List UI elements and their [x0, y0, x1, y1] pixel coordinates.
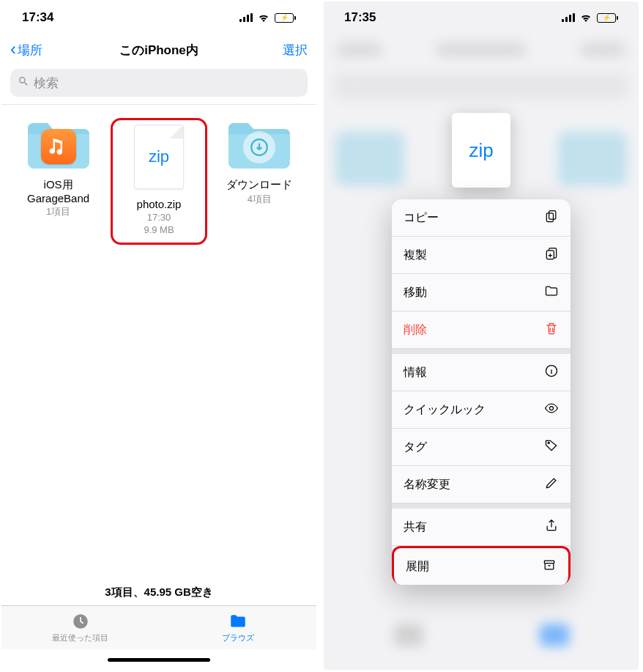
menu-delete[interactable]: 削除 [392, 311, 570, 349]
duplicate-icon [544, 246, 559, 264]
clock-icon [71, 612, 90, 631]
menu-label: コピー [404, 210, 439, 226]
battery-icon: ⚡ [597, 13, 618, 23]
menu-label: クイックルック [404, 402, 486, 418]
tab-browse[interactable]: ブラウズ [159, 606, 316, 649]
search-placeholder: 検索 [34, 75, 59, 92]
menu-share[interactable]: 共有 [392, 509, 570, 546]
svg-point-7 [548, 442, 549, 443]
svg-rect-8 [544, 561, 554, 563]
home-indicator[interactable] [1, 649, 316, 670]
item-name: iOS用 GarageBand [10, 178, 106, 204]
pencil-icon [544, 476, 559, 493]
folder-downloads[interactable]: ダウンロード 4項目 [212, 118, 308, 245]
menu-label: 名称変更 [404, 477, 450, 492]
files-app-browse-screen: 17:34 ⚡ ‹ 場所 このiPhone内 選択 検索 [1, 1, 316, 670]
storage-status: 3項目、45.95 GB空き [1, 580, 316, 605]
copy-icon [544, 209, 559, 226]
garageband-app-icon [41, 129, 76, 164]
search-container: 検索 [1, 66, 316, 104]
files-app-context-menu-screen: 17:35 ⚡ zip コピー 複製 移動 [324, 1, 639, 670]
menu-label: 展開 [406, 559, 429, 575]
menu-separator [392, 349, 570, 354]
share-icon [544, 518, 559, 536]
folder-icon [226, 118, 293, 171]
battery-icon: ⚡ [275, 13, 296, 23]
chevron-left-icon: ‹ [10, 40, 16, 58]
folder-icon [25, 118, 92, 171]
item-name: ダウンロード [212, 178, 308, 192]
context-menu: コピー 複製 移動 削除 情報 クイックルック タグ 名称変更 [392, 199, 570, 585]
wifi-icon [579, 12, 592, 23]
menu-tags[interactable]: タグ [392, 429, 570, 466]
menu-expand[interactable]: 展開 [392, 546, 570, 585]
menu-move[interactable]: 移動 [392, 274, 570, 311]
trash-icon [544, 321, 559, 339]
menu-copy[interactable]: コピー [392, 199, 570, 237]
menu-label: 共有 [404, 520, 427, 535]
menu-label: 情報 [404, 365, 427, 380]
tab-label: ブラウズ [222, 632, 254, 643]
tag-icon [544, 438, 559, 456]
search-input[interactable]: 検索 [10, 69, 308, 97]
menu-quicklook[interactable]: クイックルック [392, 391, 570, 429]
folder-icon [544, 284, 559, 301]
search-icon [18, 75, 29, 91]
back-button[interactable]: ‹ 場所 [10, 42, 42, 59]
item-meta: 4項目 [212, 193, 308, 206]
menu-label: 移動 [404, 285, 427, 300]
item-meta: 17:30 9.9 MB [116, 212, 202, 237]
status-bar: 17:35 ⚡ [324, 1, 639, 34]
zip-file-icon: zip [125, 123, 193, 191]
status-time: 17:35 [344, 10, 376, 25]
menu-info[interactable]: 情報 [392, 354, 570, 391]
info-icon [544, 363, 559, 381]
file-photo-zip[interactable]: zip photo.zip 17:30 9.9 MB [111, 118, 207, 245]
item-name: photo.zip [116, 198, 202, 210]
zip-badge: zip [469, 139, 493, 162]
cellular-icon [239, 13, 253, 22]
navigation-bar: ‹ 場所 このiPhone内 選択 [1, 34, 316, 66]
zip-badge: zip [149, 147, 169, 166]
preview-zip-file[interactable]: zip [452, 113, 510, 188]
tab-recents[interactable]: 最近使った項目 [1, 606, 159, 649]
tab-bar: 最近使った項目 ブラウズ [1, 605, 316, 649]
menu-label: 削除 [404, 322, 427, 338]
cellular-icon [562, 13, 575, 22]
svg-point-6 [550, 407, 554, 410]
select-button[interactable]: 選択 [283, 42, 308, 59]
status-indicators: ⚡ [562, 12, 618, 23]
download-icon [243, 131, 275, 163]
file-grid: iOS用 GarageBand 1項目 zip photo.zip 17:30 … [1, 104, 316, 580]
status-time: 17:34 [22, 10, 53, 25]
eye-icon [544, 401, 559, 418]
archive-icon [542, 558, 557, 575]
tab-label: 最近使った項目 [52, 632, 108, 643]
page-title: このiPhone内 [1, 42, 316, 59]
menu-duplicate[interactable]: 複製 [392, 237, 570, 274]
back-label: 場所 [18, 42, 42, 59]
menu-label: タグ [404, 440, 427, 455]
folder-garageband[interactable]: iOS用 GarageBand 1項目 [10, 118, 106, 245]
menu-label: 複製 [404, 248, 427, 263]
menu-rename[interactable]: 名称変更 [392, 466, 570, 503]
status-bar: 17:34 ⚡ [1, 1, 316, 34]
status-indicators: ⚡ [239, 12, 296, 23]
svg-rect-2 [549, 211, 556, 220]
menu-separator [392, 503, 570, 509]
folder-icon [228, 612, 248, 631]
svg-rect-3 [546, 213, 553, 222]
wifi-icon [257, 12, 270, 23]
item-meta: 1項目 [10, 206, 106, 218]
